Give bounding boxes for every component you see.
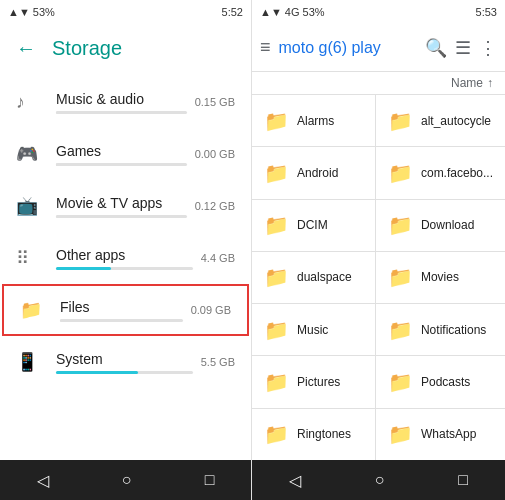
system-bar — [56, 371, 138, 374]
file-item-dcim[interactable]: 📁 DCIM — [252, 200, 375, 251]
files-size: 0.09 GB — [191, 304, 231, 316]
music-label: Music — [297, 323, 328, 337]
music-audio-content: Music & audio — [56, 91, 187, 114]
file-grid: 📁 Alarms 📁 alt_autocycle 📁 Android 📁 com… — [252, 95, 505, 460]
search-icon[interactable]: 🔍 — [425, 37, 447, 59]
time-left: 5:52 — [222, 6, 243, 18]
dualspace-folder-icon: 📁 — [264, 265, 289, 289]
games-icon: 🎮 — [16, 143, 48, 165]
storage-item-other-apps[interactable]: ⠿ Other apps 4.4 GB — [0, 232, 251, 284]
alt-autocycle-label: alt_autocycle — [421, 114, 491, 128]
storage-item-system[interactable]: 📱 System 5.5 GB — [0, 336, 251, 388]
files-icon: 📁 — [20, 299, 52, 321]
header-actions: 🔍 ☰ ⋮ — [425, 37, 497, 59]
more-options-icon[interactable]: ⋮ — [479, 37, 497, 59]
other-apps-bar-container — [56, 267, 193, 270]
file-item-notifications[interactable]: 📁 Notifications — [376, 304, 505, 355]
other-apps-bar — [56, 267, 111, 270]
file-item-music[interactable]: 📁 Music — [252, 304, 375, 355]
files-bar — [60, 319, 64, 322]
system-size: 5.5 GB — [201, 356, 235, 368]
other-apps-name: Other apps — [56, 247, 193, 263]
file-item-alarms[interactable]: 📁 Alarms — [252, 95, 375, 146]
system-content: System — [56, 351, 193, 374]
file-item-whatsapp[interactable]: 📁 WhatsApp — [376, 409, 505, 460]
movie-tv-content: Movie & TV apps — [56, 195, 187, 218]
pictures-folder-icon: 📁 — [264, 370, 289, 394]
file-item-ringtones[interactable]: 📁 Ringtones — [252, 409, 375, 460]
page-title: Storage — [52, 37, 122, 60]
recents-nav-right-icon[interactable]: □ — [458, 471, 468, 489]
header-right: ≡ moto g(6) play 🔍 ☰ ⋮ — [252, 24, 505, 72]
podcasts-label: Podcasts — [421, 375, 470, 389]
recents-nav-icon[interactable]: □ — [205, 471, 215, 489]
movie-tv-bar — [56, 215, 61, 218]
podcasts-folder-icon: 📁 — [388, 370, 413, 394]
time-right: 5:53 — [476, 6, 497, 18]
music-audio-size: 0.15 GB — [195, 96, 235, 108]
system-name: System — [56, 351, 193, 367]
other-apps-size: 4.4 GB — [201, 252, 235, 264]
alt-autocycle-folder-icon: 📁 — [388, 109, 413, 133]
games-content: Games — [56, 143, 187, 166]
other-apps-icon: ⠿ — [16, 247, 48, 269]
back-nav-icon[interactable]: ◁ — [37, 471, 49, 490]
ringtones-folder-icon: 📁 — [264, 422, 289, 446]
storage-item-files[interactable]: 📁 Files 0.09 GB — [2, 284, 249, 336]
sort-arrow-icon: ↑ — [487, 76, 493, 90]
status-bar-right: ▲▼ 4G 53% 5:53 — [252, 0, 505, 24]
alarms-folder-icon: 📁 — [264, 109, 289, 133]
signal-right: ▲▼ 4G 53% — [260, 6, 325, 18]
status-bar-left: ▲▼ 53% 5:52 — [0, 0, 251, 24]
wifi-signal-icon: ▲▼ 53% — [8, 6, 55, 18]
android-folder-icon: 📁 — [264, 161, 289, 185]
files-bar-container — [60, 319, 183, 322]
files-content: Files — [60, 299, 183, 322]
games-size: 0.00 GB — [195, 148, 235, 160]
movie-tv-bar-container — [56, 215, 187, 218]
ringtones-label: Ringtones — [297, 427, 351, 441]
movies-folder-icon: 📁 — [388, 265, 413, 289]
file-item-android[interactable]: 📁 Android — [252, 147, 375, 198]
file-item-movies[interactable]: 📁 Movies — [376, 252, 505, 303]
file-item-podcasts[interactable]: 📁 Podcasts — [376, 356, 505, 407]
storage-item-games[interactable]: 🎮 Games 0.00 GB — [0, 128, 251, 180]
storage-item-movie-tv[interactable]: 📺 Movie & TV apps 0.12 GB — [0, 180, 251, 232]
back-nav-right-icon[interactable]: ◁ — [289, 471, 301, 490]
left-panel: ▲▼ 53% 5:52 ← Storage ♪ Music & audio 0.… — [0, 0, 252, 500]
games-name: Games — [56, 143, 187, 159]
file-item-pictures[interactable]: 📁 Pictures — [252, 356, 375, 407]
games-bar-container — [56, 163, 187, 166]
com-facebo-label: com.facebo... — [421, 166, 493, 180]
sort-label: Name — [451, 76, 483, 90]
music-audio-bar — [56, 111, 63, 114]
file-item-com-facebo[interactable]: 📁 com.facebo... — [376, 147, 505, 198]
system-icon: 📱 — [16, 351, 48, 373]
dcim-folder-icon: 📁 — [264, 213, 289, 237]
download-label: Download — [421, 218, 474, 232]
home-nav-icon[interactable]: ○ — [122, 471, 132, 489]
file-item-alt-autocycle[interactable]: 📁 alt_autocycle — [376, 95, 505, 146]
file-item-dualspace[interactable]: 📁 dualspace — [252, 252, 375, 303]
android-label: Android — [297, 166, 338, 180]
movies-label: Movies — [421, 270, 459, 284]
storage-list: ♪ Music & audio 0.15 GB 🎮 Games 0.00 GB … — [0, 72, 251, 460]
home-nav-right-icon[interactable]: ○ — [375, 471, 385, 489]
other-apps-content: Other apps — [56, 247, 193, 270]
nav-bar-left: ◁ ○ □ — [0, 460, 251, 500]
back-button[interactable]: ← — [16, 37, 36, 60]
sort-bar[interactable]: Name ↑ — [252, 72, 505, 95]
list-view-icon[interactable]: ☰ — [455, 37, 471, 59]
whatsapp-label: WhatsApp — [421, 427, 476, 441]
games-bar — [56, 163, 57, 166]
dcim-label: DCIM — [297, 218, 328, 232]
movie-tv-icon: 📺 — [16, 195, 48, 217]
files-name: Files — [60, 299, 183, 315]
right-panel: ▲▼ 4G 53% 5:53 ≡ moto g(6) play 🔍 ☰ ⋮ Na… — [252, 0, 505, 500]
file-item-download[interactable]: 📁 Download — [376, 200, 505, 251]
hamburger-menu-icon[interactable]: ≡ — [260, 37, 271, 58]
nav-bar-right: ◁ ○ □ — [252, 460, 505, 500]
system-bar-container — [56, 371, 193, 374]
storage-item-music-audio[interactable]: ♪ Music & audio 0.15 GB — [0, 76, 251, 128]
download-folder-icon: 📁 — [388, 213, 413, 237]
